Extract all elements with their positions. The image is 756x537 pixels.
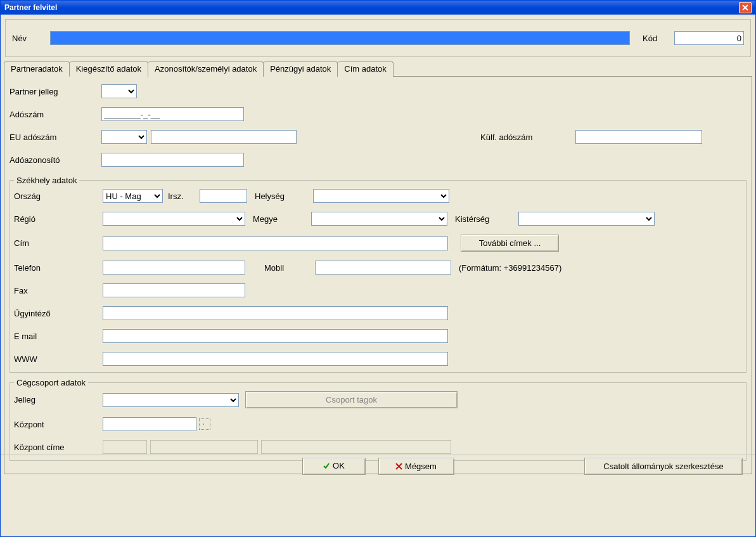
ok-button[interactable]: OK [302,458,366,475]
tab-penzugyi[interactable]: Pénzügyi adatok [264,61,338,77]
helyseg-label: Helység [255,191,305,201]
window-title: Partner felvitel [4,3,57,12]
ugyintezo-label: Ügyintéző [14,309,103,318]
tab-partneradatok[interactable]: Partneradatok [4,61,70,77]
close-button[interactable] [739,2,752,13]
content: Név Kód Partneradatok Kiegészítő adatok … [1,15,755,477]
close-icon [742,4,748,11]
kisterseg-select[interactable] [518,212,655,226]
cancel-button-label: Mégsem [405,462,437,471]
cim-label: Cím [14,238,103,248]
code-label: Kód [643,34,674,43]
regio-label: Régió [14,214,103,224]
kozpont-label: Központ [14,420,103,429]
irsz-input[interactable] [200,189,247,203]
tovabbi-cimek-button[interactable]: További címek ... [461,235,559,252]
tab-azonositok[interactable]: Azonosítók/személyi adatok [148,61,264,77]
telefon-label: Telefon [14,263,103,273]
kozpont-cime-seg3 [261,440,451,454]
email-input[interactable] [103,329,448,343]
fax-label: Fax [14,286,103,295]
telefon-input[interactable] [103,261,245,275]
tab-page-partneradatok: Partner jelleg Adószám EU adószám Külf. … [4,76,752,474]
mobil-label: Mobil [264,263,315,273]
tab-kiegeszito[interactable]: Kiegészítő adatok [70,61,148,77]
bottom-bar: OK Mégsem Csatolt állományok szerkesztés… [1,455,755,477]
regio-select[interactable] [103,212,245,226]
csoport-tagok-button[interactable]: Csoport tagok [245,391,458,408]
eu-adoszam-country-select[interactable] [101,130,147,144]
partner-jelleg-label: Partner jelleg [10,87,101,96]
orszag-label: Ország [14,191,103,201]
irsz-label: Irsz. [168,191,200,201]
titlebar: Partner felvitel [1,1,755,15]
code-input [674,31,744,45]
header-panel: Név Kód [5,19,751,57]
kulf-adoszam-input[interactable] [575,130,702,144]
jelleg-select[interactable] [103,393,239,407]
kozpont-input[interactable] [103,417,196,431]
fax-input[interactable] [103,283,245,297]
ok-button-label: OK [333,461,345,470]
x-icon [395,463,402,470]
ugyintezo-input[interactable] [103,306,448,320]
cim-input[interactable] [103,236,448,250]
adoszam-input[interactable] [101,107,244,121]
eu-adoszam-input[interactable] [151,130,297,144]
helyseg-select[interactable] [313,189,449,203]
email-label: E mail [14,332,103,341]
cancel-button[interactable]: Mégsem [378,458,454,475]
name-label: Név [12,34,44,43]
orszag-select[interactable]: HU - Mag [103,189,163,203]
dots-icon [202,423,207,425]
mobil-input[interactable] [315,261,451,275]
megye-label: Megye [253,214,304,224]
cegcsoport-legend: Cégcsoport adatok [14,378,88,387]
window: Partner felvitel Név Kód Partneradatok K… [0,0,756,537]
www-input[interactable] [103,352,448,366]
attachments-button[interactable]: Csatolt állományok szerkesztése [584,458,743,475]
kozpont-cime-label: Központ címe [14,443,103,452]
name-input[interactable] [50,31,630,45]
tab-strip: Partneradatok Kiegészítő adatok Azonosít… [4,61,752,76]
cegcsoport-fieldset: Cégcsoport adatok Jelleg Csoport tagok K… [10,378,746,461]
kulf-adoszam-label: Külf. adószám [480,133,575,142]
jelleg-label: Jelleg [14,395,103,404]
kozpont-lookup-button[interactable] [199,418,210,430]
check-icon [323,462,330,470]
kisterseg-label: Kistérség [455,214,518,224]
www-label: WWW [14,354,103,364]
kozpont-cime-seg1 [103,440,147,454]
megye-select[interactable] [311,212,447,226]
tab-cim[interactable]: Cím adatok [338,61,393,77]
partner-jelleg-select[interactable] [101,84,137,98]
szekhely-fieldset: Székhely adatok Ország HU - Mag Irsz. He… [10,176,746,373]
mobil-hint: (Formátum: +36991234567) [459,263,561,273]
adoazonosito-label: Adóazonosító [10,155,101,165]
adoszam-label: Adószám [10,110,101,119]
adoazonosito-input[interactable] [101,153,244,167]
kozpont-cime-seg2 [150,440,258,454]
eu-adoszam-label: EU adószám [10,133,101,142]
svg-point-0 [203,424,204,425]
szekhely-legend: Székhely adatok [14,176,79,185]
